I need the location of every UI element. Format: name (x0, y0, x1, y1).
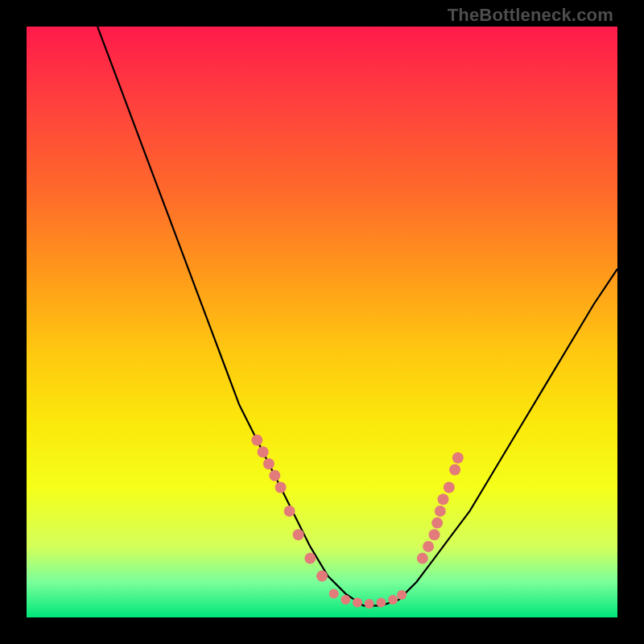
marker-group-bottom (329, 589, 407, 609)
chart-container: TheBottleneck.com (0, 0, 644, 644)
marker-group-right (417, 452, 464, 564)
data-marker (435, 506, 446, 517)
data-marker (388, 595, 398, 605)
data-marker (452, 452, 464, 464)
data-marker (438, 493, 449, 505)
data-marker (417, 553, 428, 564)
data-marker (284, 506, 295, 517)
data-marker (444, 482, 455, 493)
watermark-text: TheBottleneck.com (448, 5, 613, 26)
data-marker (449, 464, 460, 476)
data-marker (423, 541, 434, 552)
data-marker (258, 447, 269, 458)
plot-area (27, 27, 617, 617)
curve-path (97, 27, 617, 605)
data-marker (353, 598, 362, 608)
data-marker (304, 553, 316, 564)
data-marker (275, 482, 287, 493)
data-marker (293, 529, 304, 540)
data-marker (329, 589, 339, 599)
data-marker (316, 571, 328, 582)
marker-group-left (251, 435, 328, 582)
data-marker (376, 598, 386, 608)
data-marker (263, 458, 275, 469)
data-marker (365, 599, 374, 609)
data-marker (429, 529, 440, 540)
data-marker (341, 595, 350, 605)
chart-svg (27, 27, 617, 617)
data-marker (251, 435, 262, 446)
data-marker (431, 518, 443, 529)
data-marker (397, 590, 407, 600)
data-marker (269, 470, 280, 481)
